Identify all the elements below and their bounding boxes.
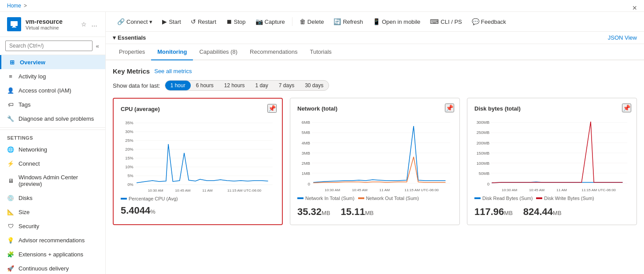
collapse-sidebar-btn[interactable]: « xyxy=(95,42,100,50)
time-option-6h[interactable]: 6 hours xyxy=(191,81,219,90)
time-option-7d[interactable]: 7 days xyxy=(274,81,300,90)
breadcrumb-separator: > xyxy=(24,3,27,9)
list-icon: ≡ xyxy=(7,73,14,80)
sidebar-item-size[interactable]: 📐 Size xyxy=(0,205,105,219)
key-metrics-header: Key Metrics See all metrics xyxy=(113,67,637,75)
tab-capabilities[interactable]: Capabilities (8) xyxy=(193,44,244,60)
time-option-1h[interactable]: 1 hour xyxy=(165,81,191,90)
svg-text:50MB: 50MB xyxy=(479,171,489,176)
json-view-link[interactable]: JSON View xyxy=(608,34,637,41)
refresh-button[interactable]: 🔄 Refresh xyxy=(329,15,367,28)
sidebar-item-label: Access control (IAM) xyxy=(19,87,71,94)
essentials-bar: ▾ Essentials JSON View xyxy=(106,32,644,44)
disk-chart-title: Disk bytes (total) xyxy=(474,105,629,112)
stop-button[interactable]: ⏹ Stop xyxy=(222,15,250,28)
disk-write-dot xyxy=(536,197,542,199)
cli-ps-button[interactable]: ⌨ CLI / PS xyxy=(426,15,466,28)
tag-icon: 🏷 xyxy=(7,101,14,108)
svg-text:20%: 20% xyxy=(125,147,133,152)
admin-icon: 🖥 xyxy=(7,177,14,184)
svg-text:15%: 15% xyxy=(125,156,133,160)
tab-properties[interactable]: Properties xyxy=(113,44,151,60)
time-option-30d[interactable]: 30 days xyxy=(300,81,329,90)
feedback-icon: 💬 xyxy=(472,18,479,25)
svg-text:11 AM: 11 AM xyxy=(379,188,390,192)
svg-text:2MB: 2MB xyxy=(302,161,310,166)
mobile-icon: 📱 xyxy=(373,18,380,25)
restart-button[interactable]: ↺ Restart xyxy=(186,15,221,28)
vm-info: vm-resource Virtual machine xyxy=(26,18,63,30)
time-option-12h[interactable]: 12 hours xyxy=(219,81,250,90)
disk-chart: 300MB 250MB 200MB 150MB 100MB 50MB 0 xyxy=(474,117,629,192)
start-icon: ▶ xyxy=(162,18,167,25)
svg-text:11 AM: 11 AM xyxy=(202,189,213,193)
disk-read-value: 117.96MB xyxy=(474,206,513,218)
svg-rect-1 xyxy=(13,26,15,27)
connect-toolbar-icon: 🔗 xyxy=(117,18,125,25)
sidebar-item-windows-admin[interactable]: 🖥 Windows Admin Center (preview) xyxy=(0,170,105,191)
sidebar-item-connect[interactable]: ⚡ Connect xyxy=(0,156,105,170)
sidebar-item-label: Networking xyxy=(19,146,47,153)
svg-text:25%: 25% xyxy=(125,138,133,143)
search-input[interactable] xyxy=(5,41,93,51)
sidebar-item-activity-log[interactable]: ≡ Activity log xyxy=(0,69,105,83)
start-button[interactable]: ▶ Start xyxy=(158,15,185,28)
close-button[interactable]: × xyxy=(632,12,637,13)
svg-text:10:30 AM: 10:30 AM xyxy=(325,188,340,192)
sidebar-item-access-control[interactable]: 👤 Access control (IAM) xyxy=(0,83,105,97)
sidebar-item-disks[interactable]: 💿 Disks xyxy=(0,191,105,205)
network-chart-card: Network (total) 📌 6MB 5MB 4MB 3MB 2MB 1M… xyxy=(290,98,460,225)
sidebar: vm-resource Virtual machine ☆ … « ⊞ Over… xyxy=(0,12,106,274)
breadcrumb-home[interactable]: Home xyxy=(7,3,21,9)
svg-text:10:45 AM: 10:45 AM xyxy=(529,188,544,192)
sidebar-item-overview[interactable]: ⊞ Overview xyxy=(0,55,105,69)
advisor-icon: 💡 xyxy=(7,237,14,244)
disk-chart-legend: Disk Read Bytes (Sum) Disk Write Bytes (… xyxy=(474,196,629,201)
favorite-icon-btn[interactable]: ☆ xyxy=(80,20,88,29)
sidebar-item-label: Advisor recommendations xyxy=(19,237,85,244)
sidebar-item-tags[interactable]: 🏷 Tags xyxy=(0,97,105,111)
cpu-chart-legend: Percentage CPU (Avg) xyxy=(121,196,275,201)
feedback-button[interactable]: 💬 Feedback xyxy=(467,15,511,28)
sidebar-item-networking[interactable]: 🌐 Networking xyxy=(0,142,105,156)
sidebar-item-continuous-delivery[interactable]: 🚀 Continuous delivery xyxy=(0,261,105,274)
settings-section-title: Settings xyxy=(0,130,105,142)
chevron-down-icon: ▾ xyxy=(113,34,116,41)
vm-subtitle: Virtual machine xyxy=(26,25,63,30)
cpu-chart-pin-btn[interactable]: 📌 xyxy=(267,104,277,113)
more-options-btn[interactable]: … xyxy=(90,20,98,29)
svg-text:0%: 0% xyxy=(127,182,133,187)
open-mobile-button[interactable]: 📱 Open in mobile xyxy=(368,15,425,28)
essentials-toggle[interactable]: ▾ Essentials xyxy=(113,34,146,41)
sidebar-item-label: Size xyxy=(19,209,30,215)
tab-monitoring[interactable]: Monitoring xyxy=(151,44,193,60)
capture-button[interactable]: 📷 Capture xyxy=(251,15,289,28)
disk-read-dot xyxy=(474,197,481,199)
sidebar-item-advisor[interactable]: 💡 Advisor recommendations xyxy=(0,233,105,247)
delete-button[interactable]: 🗑 Delete xyxy=(295,15,329,28)
delivery-icon: 🚀 xyxy=(7,265,14,272)
see-all-metrics-link[interactable]: See all metrics xyxy=(154,68,192,74)
network-out-legend-item: Network Out Total (Sum) xyxy=(358,196,419,201)
svg-text:10%: 10% xyxy=(125,165,133,169)
disk-chart-card: Disk bytes (total) 📌 300MB 250MB 200MB 1… xyxy=(467,98,637,225)
tab-recommendations[interactable]: Recommendations xyxy=(244,44,303,60)
svg-text:0: 0 xyxy=(308,182,310,186)
network-out-dot xyxy=(358,197,364,199)
connect-button[interactable]: 🔗 Connect ▾ xyxy=(113,15,157,28)
wrench-icon: 🔧 xyxy=(7,115,14,122)
sidebar-header: vm-resource Virtual machine ☆ … xyxy=(0,12,105,37)
sidebar-item-security[interactable]: 🛡 Security xyxy=(0,219,105,233)
svg-text:11:15 AM UTC-06:00: 11:15 AM UTC-06:00 xyxy=(404,188,439,192)
sidebar-item-label: Windows Admin Center (preview) xyxy=(19,174,98,187)
disk-chart-pin-btn[interactable]: 📌 xyxy=(622,104,631,112)
network-chart-pin-btn[interactable]: 📌 xyxy=(445,104,454,112)
disk-read-legend-item: Disk Read Bytes (Sum) xyxy=(474,196,533,201)
tab-tutorials[interactable]: Tutorials xyxy=(304,44,338,60)
sidebar-item-extensions[interactable]: 🧩 Extensions + applications xyxy=(0,247,105,261)
sidebar-item-diagnose[interactable]: 🔧 Diagnose and solve problems xyxy=(0,111,105,126)
network-out-value: 15.11MB xyxy=(341,206,374,218)
delete-icon: 🗑 xyxy=(300,18,306,25)
stop-icon: ⏹ xyxy=(226,18,232,25)
time-option-1d[interactable]: 1 day xyxy=(250,81,273,90)
